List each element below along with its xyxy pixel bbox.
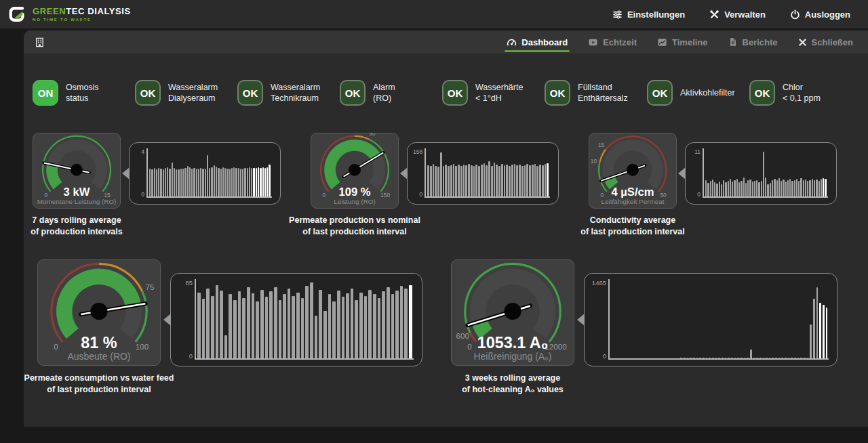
bar [172,163,173,196]
bar [209,168,210,196]
y-axis-labels: 14650 [590,279,608,360]
status-badge[interactable]: OK [442,80,468,106]
gauge-svg: 01015504 µS/cmLeitfähigkeit Permeat [589,133,676,208]
bar [798,181,800,196]
menu-verwalten[interactable]: Verwalten [709,9,766,20]
bar [783,180,784,196]
y-axis-labels: 850 [176,279,195,360]
status-badge[interactable]: OK [237,80,263,106]
bar [728,181,729,196]
gauge-leitfaehigkeit-permeat[interactable]: 01015504 µS/cmLeitfähigkeit Permeat [589,133,677,209]
bar [737,358,739,358]
widget-caption: Conductivity average of last production … [580,215,685,238]
bar [244,168,245,196]
bar [435,166,437,196]
gauge-heissreinigung-a[interactable]: 0600120001053.1 A₀Heißreinigung (A₀) [451,259,574,366]
bar [542,165,544,196]
bar [721,184,722,196]
bar [409,285,412,358]
bar [292,296,295,358]
bar [791,358,793,358]
bar [819,303,821,358]
bar [707,183,709,196]
status-badge[interactable]: OK [135,80,161,106]
tab-timeline[interactable]: Timeline [657,30,708,54]
chart-heissreinigung-a[interactable]: 14650 [584,273,837,366]
bar [506,165,508,196]
status-badge[interactable]: OK [545,80,570,106]
tab-berichte[interactable]: Berichte [728,30,778,54]
bar [283,294,286,358]
bar [501,164,503,196]
bar [460,166,462,196]
bar [260,290,264,358]
chart-ausbeute-ro[interactable]: 850 [170,273,422,366]
bar [149,169,151,196]
bar [224,335,228,358]
bar [207,155,208,196]
gauge-momentane-leistung-ro[interactable]: 0153 kWMomentane Leistung (RO) [33,133,121,209]
bar [514,164,516,196]
gauge-label: Leistung (RO) [334,198,376,205]
chart-momentane-leistung-ro[interactable]: 40 [129,142,281,205]
gauge-tick-label: 10 [591,158,597,165]
bar [445,165,447,196]
menu-ausloggen[interactable]: Ausloggen [790,9,850,20]
chart-leitfaehigkeit-permeat[interactable]: 110 [685,142,837,205]
bar [260,168,261,196]
bar [741,358,743,358]
status-badge[interactable]: OK [647,80,673,106]
tab-dashboard[interactable]: Dashboard [507,30,568,54]
bar [731,358,733,358]
bar [269,291,273,358]
tab-label: Echtzeit [603,37,637,47]
bar [816,180,817,196]
gauge-ausbeute-ro[interactable]: 0507510081 %Ausbeute (RO) [37,259,161,366]
bar [750,350,752,358]
bar [696,358,698,358]
status-label: Füllstand Enthärtersalz [578,82,628,104]
bar [805,180,806,196]
tab-echtzeit[interactable]: Echtzeit [588,30,637,54]
status-wasserhaerte-1-dh: OKWasserhärte < 1°dH [442,80,545,106]
bar [504,165,506,196]
bar [491,166,493,196]
tab-schliessen[interactable]: Schließen [798,30,853,54]
bar [267,167,268,196]
bar [373,294,376,358]
bar [169,169,170,196]
status-badge[interactable]: ON [33,80,58,106]
bar [752,182,753,196]
gauge-tick-label: 0 [467,342,472,351]
bar [453,164,455,196]
bar [778,358,781,358]
bar [488,161,490,196]
gauge-leistung-ro[interactable]: 07590150109 %Leistung (RO) [311,133,399,209]
gauge-tick-label: 0 [601,192,604,198]
bar [174,168,175,196]
status-badge[interactable]: OK [749,80,775,106]
bar [545,164,547,196]
bar [328,294,332,358]
tabs: DashboardEchtzeitTimelineBerichteSchließ… [507,30,853,54]
bar [532,165,534,196]
gauge-label: Ausbeute (RO) [68,351,131,362]
bar [809,180,810,196]
bar [781,181,782,196]
bar [197,293,201,358]
y-min-label: 0 [603,352,606,360]
bar [187,166,189,196]
chart-leistung-ro[interactable]: 1580 [407,142,559,205]
bar [803,180,804,196]
bar [182,169,184,196]
bar [319,290,322,358]
bar [791,181,793,196]
status-badge[interactable]: OK [340,80,366,106]
building-icon[interactable] [35,37,45,47]
menu-einstellungen[interactable]: Einstellungen [612,9,685,20]
bar-plot [425,148,550,198]
status-label: Wasserhärte < 1°dH [475,82,523,104]
y-axis-labels: 110 [691,148,703,198]
bar [794,180,795,196]
bar [211,296,214,358]
